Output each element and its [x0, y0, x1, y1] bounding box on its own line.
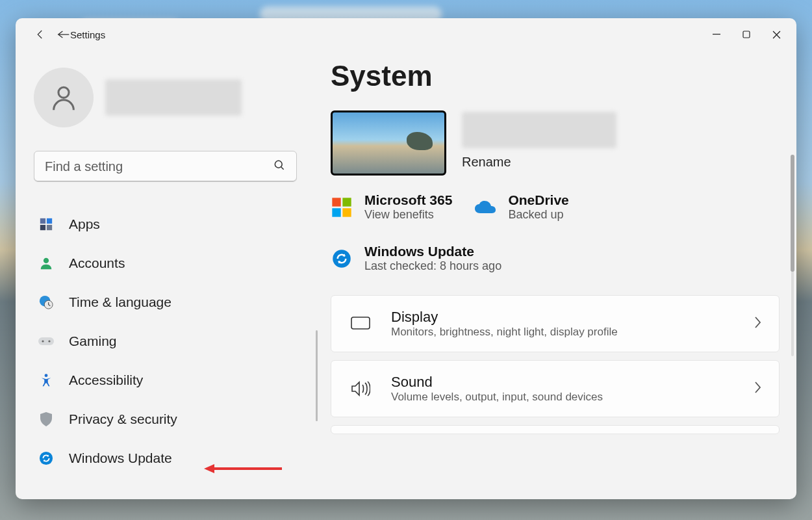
- sidebar-item-accounts[interactable]: Accounts: [34, 246, 306, 281]
- back-arrow-icon: [57, 21, 70, 47]
- card-onedrive[interactable]: OneDrive Backed up: [474, 192, 568, 222]
- svg-point-15: [40, 452, 53, 465]
- gamepad-icon: [38, 333, 55, 350]
- sidebar-item-windows-update[interactable]: Windows Update: [34, 441, 306, 476]
- svg-point-2: [58, 87, 69, 98]
- svg-rect-21: [351, 317, 370, 329]
- svg-rect-4: [40, 218, 45, 224]
- search-input[interactable]: [45, 159, 273, 174]
- settings-window: Settings: [16, 18, 796, 499]
- nav-label: Accessibility: [69, 372, 143, 388]
- search-icon: [273, 159, 286, 174]
- svg-point-12: [42, 340, 44, 342]
- svg-point-14: [45, 374, 48, 377]
- svg-point-3: [275, 161, 282, 168]
- globe-clock-icon: [38, 294, 55, 311]
- avatar: [34, 68, 94, 127]
- card-microsoft365[interactable]: Microsoft 365 View benefits: [331, 192, 452, 222]
- card-subtitle: Backed up: [508, 208, 568, 222]
- sidebar-item-apps[interactable]: Apps: [34, 207, 306, 242]
- card-subtitle: Last checked: 8 hours ago: [364, 259, 501, 273]
- nav-label: Privacy & security: [69, 411, 177, 427]
- accessibility-icon: [38, 372, 55, 389]
- svg-rect-19: [342, 208, 351, 216]
- page-heading: System: [331, 60, 780, 92]
- device-name-redacted: [462, 112, 616, 148]
- nav-label: Time & language: [69, 294, 171, 310]
- search-box[interactable]: [34, 151, 297, 182]
- sidebar-item-time-language[interactable]: Time & language: [34, 285, 306, 320]
- rename-link[interactable]: Rename: [462, 155, 616, 170]
- person-icon: [38, 255, 55, 272]
- svg-rect-16: [332, 198, 340, 206]
- shield-icon: [38, 411, 55, 428]
- nav-label: Accounts: [69, 255, 125, 271]
- svg-rect-17: [342, 198, 351, 206]
- sidebar-item-privacy-security[interactable]: Privacy & security: [34, 402, 306, 437]
- maximize-button[interactable]: [731, 24, 761, 45]
- card-title: OneDrive: [508, 192, 568, 208]
- display-icon: [348, 317, 373, 331]
- setting-subtitle: Monitors, brightness, night light, displ…: [391, 326, 735, 339]
- main-content: System Rename Microsoft 365 View benefit…: [318, 51, 796, 499]
- setting-partial[interactable]: [331, 425, 780, 434]
- svg-point-20: [333, 250, 351, 268]
- titlebar: Settings: [16, 18, 796, 51]
- setting-subtitle: Volume levels, output, input, sound devi…: [391, 391, 735, 404]
- chevron-right-icon: [753, 316, 762, 332]
- svg-rect-1: [743, 31, 750, 38]
- svg-rect-11: [38, 337, 54, 345]
- minimize-button[interactable]: [702, 24, 731, 45]
- onedrive-icon: [474, 196, 496, 218]
- profile-block[interactable]: [34, 68, 306, 127]
- svg-point-13: [48, 340, 50, 342]
- chevron-right-icon: [753, 381, 762, 396]
- user-name-redacted: [105, 79, 242, 116]
- update-sync-icon: [38, 450, 55, 467]
- sound-icon: [348, 381, 373, 396]
- setting-title: Display: [391, 309, 735, 326]
- device-row: Rename: [331, 110, 780, 176]
- card-windows-update[interactable]: Windows Update Last checked: 8 hours ago: [331, 244, 780, 273]
- svg-rect-18: [332, 208, 340, 216]
- nav-label: Gaming: [69, 333, 117, 349]
- microsoft-logo-icon: [331, 196, 353, 218]
- sidebar-item-accessibility[interactable]: Accessibility: [34, 363, 306, 398]
- sidebar-item-gaming[interactable]: Gaming: [34, 324, 306, 359]
- back-button[interactable]: [27, 21, 53, 47]
- device-thumbnail[interactable]: [331, 110, 446, 176]
- main-scrollbar-thumb[interactable]: [791, 155, 794, 272]
- apps-icon: [38, 216, 55, 233]
- svg-rect-0: [713, 34, 720, 34]
- nav-label: Apps: [69, 216, 100, 232]
- close-button[interactable]: [761, 24, 791, 45]
- update-sync-icon: [331, 248, 353, 270]
- svg-point-8: [44, 258, 49, 263]
- nav-list: Apps Accounts Time & language: [34, 207, 306, 476]
- setting-sound[interactable]: Sound Volume levels, output, input, soun…: [331, 360, 780, 417]
- card-title: Microsoft 365: [364, 192, 452, 208]
- setting-display[interactable]: Display Monitors, brightness, night ligh…: [331, 295, 780, 352]
- app-title: Settings: [70, 29, 105, 40]
- card-title: Windows Update: [364, 244, 501, 259]
- svg-rect-7: [47, 225, 52, 230]
- nav-label: Windows Update: [69, 450, 172, 466]
- card-subtitle: View benefits: [364, 208, 452, 222]
- svg-rect-6: [40, 225, 45, 230]
- svg-rect-5: [47, 218, 52, 224]
- setting-title: Sound: [391, 374, 735, 391]
- sidebar: Apps Accounts Time & language: [16, 51, 318, 499]
